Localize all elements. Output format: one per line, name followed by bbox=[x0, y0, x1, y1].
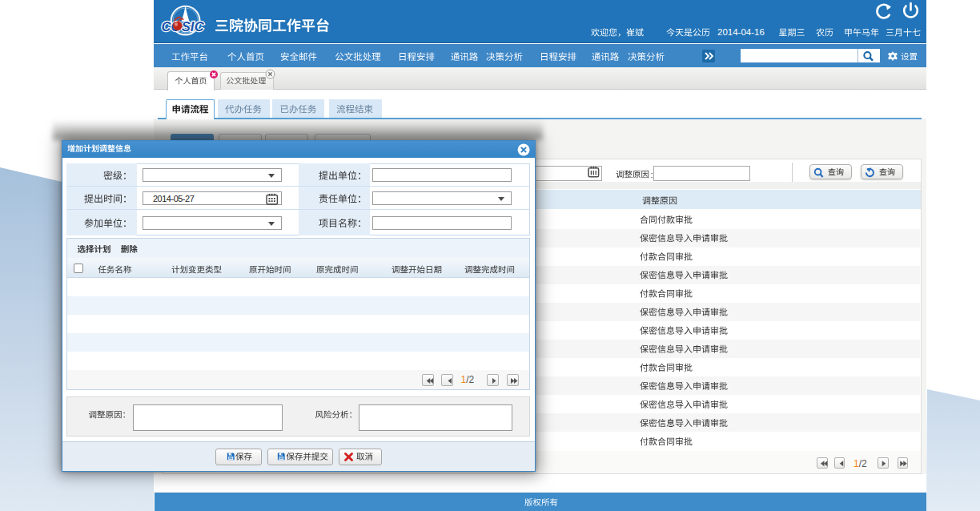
svg-text:COSIC: COSIC bbox=[162, 19, 205, 34]
